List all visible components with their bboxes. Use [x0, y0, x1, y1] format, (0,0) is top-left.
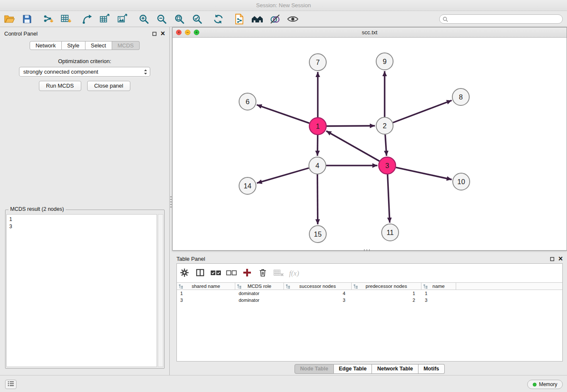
table-settings-gear-button[interactable]: [178, 268, 191, 279]
column-sort-icon: [286, 284, 290, 289]
toolbar-icon-group: [80, 12, 130, 26]
new-network-from-selection-button[interactable]: [80, 12, 95, 26]
column-header-successor-nodes[interactable]: successor nodes: [284, 283, 352, 290]
tab-network-table[interactable]: Network Table: [372, 364, 418, 374]
export-image-button[interactable]: [115, 12, 130, 26]
tab-edge-table[interactable]: Edge Table: [334, 364, 372, 374]
graph-edge-2-8[interactable]: [393, 100, 452, 122]
close-control-panel-icon[interactable]: [160, 30, 165, 38]
column-header-name[interactable]: name: [421, 283, 456, 290]
tab-style[interactable]: Style: [62, 41, 85, 50]
minimize-window-icon[interactable]: [185, 30, 190, 35]
zoom-selected-button[interactable]: [190, 12, 205, 26]
import-table-icon: [61, 14, 72, 25]
refresh-button[interactable]: [211, 12, 226, 26]
memory-button[interactable]: Memory: [527, 380, 563, 389]
graph-edge-3-1[interactable]: [326, 131, 380, 161]
apply-style-button[interactable]: [267, 12, 283, 26]
open-session-button[interactable]: [2, 12, 17, 26]
select-all-columns-button[interactable]: [209, 268, 222, 279]
export-table-button[interactable]: [97, 12, 113, 26]
import-table-button[interactable]: [58, 12, 74, 26]
column-header-label: name: [432, 284, 445, 289]
tab-motifs[interactable]: Motifs: [418, 364, 445, 374]
tab-network[interactable]: Network: [30, 41, 62, 50]
window-titlebar: Session: New Session: [0, 0, 567, 11]
table-panel-tabs: Node TableEdge TableNetwork TableMotifs: [172, 364, 567, 374]
delete-column-button[interactable]: [256, 268, 269, 279]
graph-edge-1-2[interactable]: [327, 126, 375, 126]
tab-node-table[interactable]: Node Table: [295, 364, 333, 374]
network-window-resize-handle[interactable]: [364, 249, 370, 251]
graph-node-label-15: 15: [314, 230, 322, 238]
table-cell: dominator: [235, 291, 284, 296]
graph-edge-1-4[interactable]: [317, 135, 318, 156]
graph-node-label-11: 11: [386, 229, 394, 236]
apply-style-icon: [270, 14, 281, 25]
graph-edge-3-10[interactable]: [396, 167, 452, 179]
table-cell: dominator: [235, 298, 284, 303]
result-scrollbar[interactable]: [158, 214, 163, 367]
network-document-button[interactable]: [232, 12, 247, 26]
delete-table-icon: [273, 268, 284, 279]
search-input[interactable]: [439, 14, 563, 24]
close-window-icon[interactable]: [176, 30, 182, 35]
float-table-panel-icon[interactable]: [550, 257, 554, 261]
float-panel-icon[interactable]: [152, 32, 157, 36]
mcds-result-line: 1: [9, 216, 157, 223]
tab-mcds[interactable]: MCDS: [112, 41, 140, 50]
table-row[interactable]: 3dominator323: [177, 297, 562, 304]
network-graph[interactable]: 1234678910111415: [173, 38, 567, 250]
task-history-button[interactable]: [5, 380, 17, 389]
delete-table-button: [272, 268, 285, 279]
criterion-dropdown-value: strongly connected component: [23, 69, 98, 75]
optimization-criterion-label: Optimization criterion:: [0, 58, 169, 64]
panel-resize-handle[interactable]: [170, 196, 172, 207]
mcds-result-line: 3: [9, 223, 157, 230]
graph-node-label-2: 2: [383, 122, 386, 130]
create-column-button[interactable]: [241, 268, 253, 279]
graph-node-label-1: 1: [316, 122, 319, 130]
save-session-button[interactable]: [19, 12, 35, 26]
graph-edge-4-15[interactable]: [317, 174, 318, 224]
zoom-selected-icon: [192, 14, 203, 25]
graph-edge-1-6[interactable]: [257, 105, 309, 123]
graph-edge-4-14[interactable]: [257, 168, 309, 183]
tab-select[interactable]: Select: [85, 41, 112, 50]
column-sort-icon: [237, 284, 242, 289]
table-cell: 3: [177, 298, 235, 303]
table-cell: 3: [284, 298, 352, 303]
first-neighbors-button[interactable]: [250, 12, 265, 26]
run-mcds-button[interactable]: Run MCDS: [39, 81, 81, 91]
unselect-all-columns-button[interactable]: [225, 268, 238, 279]
main-toolbar: [0, 11, 567, 27]
graph-node-label-14: 14: [244, 182, 251, 190]
graph-edge-2-3[interactable]: [385, 135, 386, 156]
network-window-titlebar[interactable]: scc.txt: [173, 28, 567, 38]
close-table-panel-icon[interactable]: [558, 255, 563, 263]
table-row[interactable]: 1dominator411: [177, 290, 562, 297]
table-cell: 2: [352, 298, 421, 303]
criterion-dropdown[interactable]: strongly connected component: [19, 67, 150, 77]
column-header-MCDS-role[interactable]: MCDS role: [235, 283, 284, 290]
dropdown-stepper-icon: [144, 69, 147, 75]
control-panel: Control Panel NetworkStyleSelectMCDS Opt…: [0, 27, 170, 375]
export-table-icon: [99, 14, 110, 25]
mcds-result-title: MCDS result (2 nodes): [8, 206, 66, 212]
application-window: Session: New Session Control Panel Netwo…: [0, 0, 567, 392]
column-header-predecessor-nodes[interactable]: predecessor nodes: [352, 283, 421, 290]
graph-edge-3-11[interactable]: [388, 174, 390, 223]
toolbar-icon-group: [2, 12, 35, 26]
column-header-label: MCDS role: [248, 284, 271, 289]
eye-button[interactable]: [285, 12, 300, 26]
import-network-button[interactable]: [41, 12, 56, 26]
close-panel-button[interactable]: Close panel: [87, 81, 131, 91]
table-toolbar: f(x): [177, 264, 562, 282]
zoom-fit-button[interactable]: [172, 12, 187, 26]
column-header-shared-name[interactable]: shared name: [177, 283, 235, 290]
zoom-out-button[interactable]: [154, 12, 169, 26]
network-window: scc.txt 1234678910111415: [172, 27, 567, 251]
zoom-in-button[interactable]: [136, 12, 151, 26]
maximize-window-icon[interactable]: [194, 30, 199, 35]
column-chooser-button[interactable]: [194, 268, 206, 279]
